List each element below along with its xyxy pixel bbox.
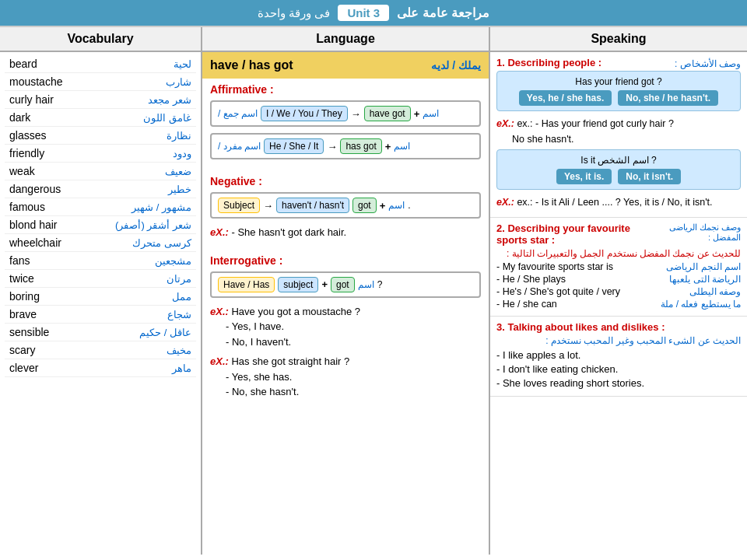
formula1: اسم جمع / I / We / You / They → have got…: [210, 100, 481, 127]
speak-title1: 1. Describing people :: [496, 57, 601, 68]
negative-section: Negative : Subject → haven't / hasn't go…: [202, 170, 489, 250]
vocab-english: weak: [9, 165, 35, 177]
neg-example-text: - She hasn't got dark hair.: [231, 226, 346, 238]
vocab-row: beard لحية: [5, 55, 196, 73]
speak-section2: 2. Describing your favourite sports star…: [490, 218, 747, 317]
vocab-arabic: شعر أشقر (أصفر): [115, 219, 191, 231]
vocab-row: sensible عاقل / حكيم: [5, 324, 196, 341]
qa-question1: Has your friend got ?: [503, 76, 734, 87]
vocab-english: twice: [9, 272, 34, 285]
int-yes1: - Yes, I have.: [226, 320, 284, 332]
vocab-row: moustache شارب: [5, 73, 196, 91]
speak-arabic3: الحديث عن الشىء المحبب وغير المحبب نستخد…: [496, 335, 741, 346]
vocab-row: dangerous خطير: [5, 180, 196, 198]
int-got: got: [331, 277, 355, 292]
neg-subject: Subject: [218, 198, 260, 213]
likes-line: - I like apples a lot.: [496, 349, 741, 361]
speak-arabic2: وصف نجمك الرياضى المفضل :: [654, 222, 741, 243]
f1-subject: I / We / You / They: [261, 106, 348, 121]
vocab-row: curly hair شعر مجعد: [5, 91, 196, 109]
speaking-column: Speaking 1. Describing people : وصف الأش…: [490, 27, 747, 555]
affirmative-section: Affirmative : اسم جمع / I / We / You / T…: [202, 79, 489, 170]
qa-yes1: Yes, he / she has.: [519, 90, 612, 106]
f2-noun: اسم: [394, 141, 410, 152]
likes-lines: - I like apples a lot.- I don't like eat…: [496, 349, 741, 389]
vocab-english: wheelchair: [9, 236, 61, 249]
int-no1: - No, I haven't.: [226, 336, 291, 348]
language-column: Language have / has got يملك / لديه Affi…: [202, 27, 490, 555]
vocab-arabic: عاقل / حكيم: [139, 327, 191, 338]
vocab-arabic: خطير: [168, 184, 191, 195]
likes-line: - I don't like eating chicken.: [496, 363, 741, 375]
speak-title3: 3. Talking about likes and dislikes :: [496, 321, 665, 333]
qa-box2: Is it اسم الشخص ? Yes, it is. No, it isn…: [496, 149, 741, 190]
vocab-row: fans مشجعين: [5, 252, 196, 270]
vocab-english: scary: [9, 344, 35, 356]
f1-subject-arabic: اسم جمع /: [218, 108, 258, 119]
speak-arabic1: وصف الأشخاص :: [675, 58, 741, 69]
vocab-english: dark: [9, 111, 30, 124]
vocab-english: fans: [9, 254, 30, 267]
likes-line: - She loves reading short stories.: [496, 377, 741, 389]
qa-no2: No, it isn't.: [618, 169, 681, 184]
page-header: مراجعة عامة على Unit 3 فى ورقة واحدة: [0, 0, 747, 26]
int-no2: - No, she hasn't.: [226, 386, 299, 397]
vocab-row: boring ممل: [5, 288, 196, 306]
int-example1: eX.: Have you got a moustache ? - Yes, I…: [210, 304, 481, 350]
int-subject: subject: [278, 277, 318, 292]
main-grid: Vocabulary beard لحية moustache شارب cur…: [0, 26, 747, 555]
vocab-list: beard لحية moustache شارب curly hair شعر…: [0, 52, 201, 380]
int-noun: اسم: [358, 279, 374, 290]
qa-yes2: Yes, it is.: [556, 169, 612, 184]
sports-line: - He / she can ما يستطيع فعله / ملة: [496, 299, 741, 310]
vocab-arabic: لحية: [174, 58, 191, 70]
int-q2: Has she got straight hair ?: [231, 355, 349, 367]
speak-ex1-text: ex.: - Has your friend got curly hair ?: [517, 118, 673, 129]
qa-row2: Yes, it is. No, it isn't.: [503, 169, 734, 184]
vocab-arabic: شعر مجعد: [148, 94, 191, 106]
vocab-english: clever: [9, 362, 38, 374]
vocab-arabic: ممل: [172, 291, 191, 303]
vocab-arabic: ودود: [173, 148, 191, 159]
neg-verb: haven't / hasn't: [276, 198, 349, 213]
neg-example: eX.: - She hasn't got dark hair.: [210, 225, 481, 240]
f1-verb: have got: [364, 106, 411, 121]
speak-section1: 1. Describing people : وصف الأشخاص : Has…: [490, 52, 747, 218]
speak-intro2: للحديث عن نجمك المفضل نستخدم الجمل والتع…: [496, 248, 741, 259]
vocab-row: wheelchair كرسى متحرك: [5, 234, 196, 252]
vocab-row: twice مرتان: [5, 270, 196, 288]
vocab-header: Vocabulary: [0, 27, 201, 52]
speak-title2: 2. Describing your favourite sports star…: [496, 222, 654, 246]
qa-no1: No, she / he hasn't.: [618, 90, 718, 106]
vocab-row: clever ماهر: [5, 359, 196, 377]
vocab-arabic: ضعيف: [165, 166, 191, 177]
int-example2: eX.: Has she got straight hair ? - Yes, …: [210, 354, 481, 400]
vocab-arabic: غامق اللون: [143, 112, 191, 124]
arabic-sub: فى ورقة واحدة: [258, 6, 330, 20]
vocab-english: friendly: [9, 147, 44, 159]
neg-got: got: [352, 198, 377, 213]
interrogative-section: Interrogative : Have / Has subject + got…: [202, 250, 489, 409]
vocab-english: glasses: [9, 129, 46, 142]
negative-title: Negative :: [210, 175, 481, 187]
sports-lines: - My favourite sports star is اسم النجم …: [496, 261, 741, 310]
arabic-title: مراجعة عامة على: [397, 5, 489, 20]
vocab-arabic: شجاع: [167, 309, 191, 320]
speak-ex1: eX.: ex.: - Has your friend got curly ha…: [496, 116, 741, 147]
sports-line: - He / She plays الرياضة التى يلعبها: [496, 274, 741, 285]
vocab-english: blond hair: [9, 219, 58, 231]
vocab-english: beard: [9, 58, 37, 70]
sports-line: - My favourite sports star is اسم النجم …: [496, 261, 741, 272]
speak-ex2-text: ex.: - Is it Ali / Leen .... ? Yes, it i…: [517, 197, 712, 208]
vocab-row: weak ضعيف: [5, 163, 196, 180]
f2-subject-arabic: اسم مفرد /: [218, 141, 261, 152]
vocab-row: glasses نظارة: [5, 127, 196, 145]
vocab-arabic: مشجعين: [155, 255, 191, 267]
lang-header: Language: [202, 27, 489, 52]
vocab-row: famous مشهور / شهير: [5, 198, 196, 216]
vocab-arabic: مخيف: [167, 345, 191, 356]
unit-badge: Unit 3: [338, 5, 389, 21]
qa-question2: Is it اسم الشخص ?: [503, 155, 734, 166]
neg-formula: Subject → haven't / hasn't got + اسم .: [210, 192, 481, 219]
vocab-arabic: مشهور / شهير: [132, 201, 191, 213]
